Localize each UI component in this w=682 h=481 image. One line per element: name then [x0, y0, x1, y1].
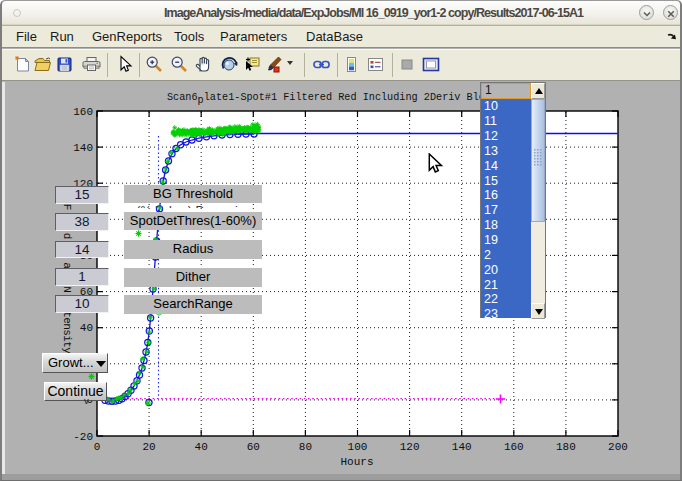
svg-text:140: 140: [452, 441, 472, 453]
svg-text:40: 40: [80, 322, 93, 334]
svg-text:F: F: [61, 204, 73, 211]
svg-text:d: d: [61, 233, 73, 240]
svg-text:80: 80: [299, 441, 312, 453]
svg-text:100: 100: [348, 441, 368, 453]
svg-text:200: 200: [608, 441, 628, 453]
svg-text:180: 180: [556, 441, 576, 453]
svg-text:120: 120: [400, 441, 420, 453]
svg-text:-20: -20: [73, 431, 93, 443]
svg-text:160: 160: [73, 106, 93, 118]
svg-text:20: 20: [142, 441, 155, 453]
svg-text:160: 160: [504, 441, 524, 453]
svg-text:140: 140: [73, 142, 93, 154]
svg-text:0: 0: [94, 441, 101, 453]
svg-text:Hours: Hours: [340, 456, 373, 468]
svg-text:40: 40: [195, 441, 208, 453]
svg-text:60: 60: [247, 441, 260, 453]
svg-text:N: N: [61, 286, 73, 293]
